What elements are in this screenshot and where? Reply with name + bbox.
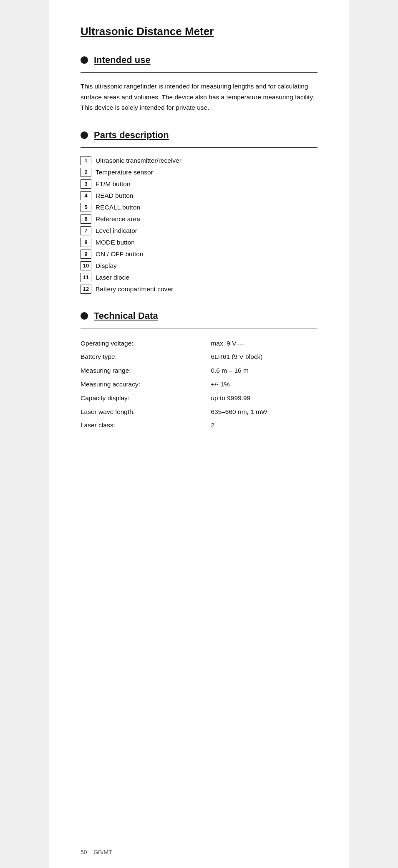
list-item: 9ON / OFF button [81, 250, 317, 259]
bullet-icon [81, 312, 88, 320]
tech-label: Laser wave length: [81, 405, 211, 419]
list-item: 5RECALL button [81, 203, 317, 212]
section-divider [81, 72, 317, 73]
table-row: Measuring range:0.6 m – 16 m [81, 364, 317, 378]
part-number: 12 [81, 285, 91, 294]
tech-value: 0.6 m – 16 m [211, 364, 317, 378]
page: Ultrasonic Distance Meter Intended use T… [49, 0, 349, 868]
section-title-intended-use: Intended use [94, 55, 151, 66]
part-number: 10 [81, 261, 91, 270]
section-divider-parts [81, 147, 317, 148]
table-row: Measuring accuracy:+/- 1% [81, 378, 317, 391]
section-technical-data: Technical Data Operating voltage:max. 9 … [81, 310, 317, 433]
list-item: 8MODE button [81, 238, 317, 247]
part-number: 7 [81, 226, 91, 235]
list-item: 4READ button [81, 191, 317, 200]
bullet-icon [81, 56, 88, 64]
list-item: 12Battery compartment cover [81, 285, 317, 294]
list-item: 6Reference area [81, 214, 317, 224]
section-intended-use: Intended use This ultrasonic rangefinder… [81, 55, 317, 113]
tech-value: max. 9 V―― [211, 337, 317, 351]
part-number: 11 [81, 273, 91, 282]
part-label: Reference area [96, 215, 140, 223]
part-number: 1 [81, 156, 91, 165]
table-row: Battery type:6LR61 (9 V block) [81, 350, 317, 364]
part-label: Level indicator [96, 227, 137, 235]
tech-value: 6LR61 (9 V block) [211, 350, 317, 364]
part-number: 5 [81, 203, 91, 212]
list-item: 7Level indicator [81, 226, 317, 235]
tech-label: Measuring accuracy: [81, 378, 211, 391]
section-title-parts: Parts description [94, 130, 169, 141]
section-title-technical: Technical Data [94, 310, 158, 321]
part-number: 4 [81, 191, 91, 200]
list-item: 3FT/M button [81, 179, 317, 189]
tech-value: 2 [211, 419, 317, 432]
list-item: 10Display [81, 261, 317, 270]
part-number: 9 [81, 250, 91, 259]
part-label: Laser diode [96, 274, 129, 281]
page-number: 50 [81, 849, 87, 855]
part-label: RECALL button [96, 204, 140, 211]
part-label: ON / OFF button [96, 250, 144, 258]
tech-label: Measuring range: [81, 364, 211, 378]
page-title: Ultrasonic Distance Meter [81, 25, 317, 38]
part-number: 2 [81, 168, 91, 177]
footer: 50 GB/MT [81, 849, 112, 855]
table-row: Laser class:2 [81, 419, 317, 432]
tech-value: +/- 1% [211, 378, 317, 391]
tech-label: Capacity display: [81, 391, 211, 405]
list-item: 1Ultrasonic transmitter/receiver [81, 156, 317, 165]
part-number: 3 [81, 179, 91, 189]
tech-label: Laser class: [81, 419, 211, 432]
tech-value: up to 9999.99 [211, 391, 317, 405]
table-row: Operating voltage:max. 9 V―― [81, 337, 317, 351]
parts-list: 1Ultrasonic transmitter/receiver2Tempera… [81, 156, 317, 294]
intended-use-body: This ultrasonic rangefinder is intended … [81, 81, 317, 113]
tech-label: Operating voltage: [81, 337, 211, 351]
bullet-icon [81, 131, 88, 139]
part-label: Battery compartment cover [96, 285, 173, 293]
table-row: Laser wave length:635–660 nm, 1 mW [81, 405, 317, 419]
list-item: 2Temperature sensor [81, 168, 317, 177]
part-label: Temperature sensor [96, 169, 153, 176]
section-parts-description: Parts description 1Ultrasonic transmitte… [81, 130, 317, 294]
part-number: 8 [81, 238, 91, 247]
section-header-parts: Parts description [81, 130, 317, 141]
list-item: 11Laser diode [81, 273, 317, 282]
section-divider-technical [81, 328, 317, 328]
table-row: Capacity display:up to 9999.99 [81, 391, 317, 405]
locale: GB/MT [93, 849, 112, 855]
section-header-intended-use: Intended use [81, 55, 317, 66]
part-label: READ button [96, 192, 133, 199]
part-number: 6 [81, 214, 91, 224]
part-label: FT/M button [96, 180, 131, 188]
tech-data-table: Operating voltage:max. 9 V――Battery type… [81, 337, 317, 433]
part-label: Ultrasonic transmitter/receiver [96, 157, 181, 164]
part-label: Display [96, 262, 117, 270]
tech-label: Battery type: [81, 350, 211, 364]
part-label: MODE button [96, 239, 135, 246]
tech-value: 635–660 nm, 1 mW [211, 405, 317, 419]
section-header-technical: Technical Data [81, 310, 317, 321]
